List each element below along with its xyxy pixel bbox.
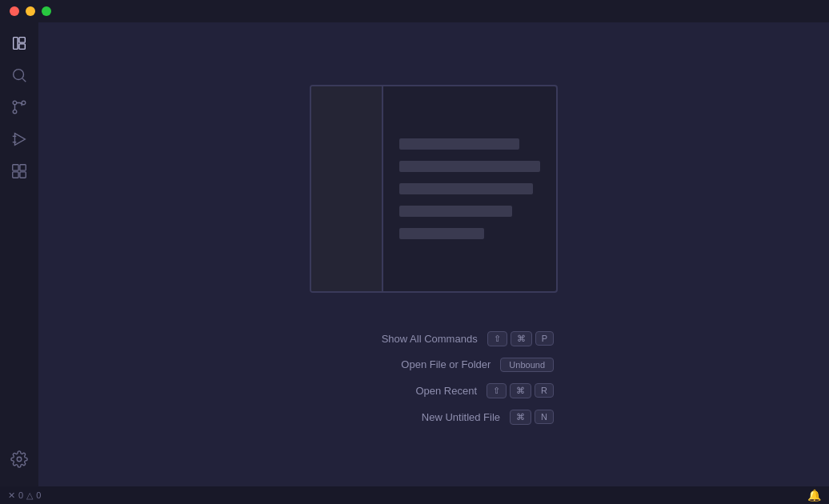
error-count: 0 — [18, 490, 23, 500]
svg-rect-11 — [13, 165, 18, 170]
kbd-n: N — [535, 410, 554, 424]
status-bar: ✕ 0 △ 0 🔔 — [0, 486, 829, 504]
welcome-screen: Show All Commands ⇧ ⌘ P Open File or Fol… — [38, 22, 829, 486]
notification-bell-icon[interactable]: 🔔 — [807, 489, 821, 502]
svg-rect-13 — [13, 172, 18, 178]
main-layout: Show All Commands ⇧ ⌘ P Open File or Fol… — [0, 22, 829, 486]
close-button[interactable] — [10, 6, 19, 16]
svg-point-3 — [14, 70, 24, 80]
svg-rect-2 — [19, 44, 25, 49]
logo-right-panel — [383, 86, 556, 291]
svg-rect-1 — [19, 38, 25, 42]
shortcuts-section: Show All Commands ⇧ ⌘ P Open File or Fol… — [314, 331, 554, 425]
kbd-cmd-3: ⌘ — [510, 410, 531, 425]
svg-point-6 — [22, 101, 26, 105]
kbd-cmd-2: ⌘ — [510, 383, 531, 398]
svg-point-5 — [13, 101, 17, 105]
logo-bar-5 — [399, 228, 484, 239]
svg-marker-8 — [15, 134, 26, 146]
sidebar-item-search[interactable] — [5, 61, 34, 90]
open-recent-keys: ⇧ ⌘ R — [487, 383, 554, 398]
content-area: Show All Commands ⇧ ⌘ P Open File or Fol… — [38, 22, 829, 486]
maximize-button[interactable] — [42, 6, 51, 16]
svg-point-15 — [17, 457, 22, 462]
warning-icon: △ — [26, 490, 33, 501]
shortcut-open-file[interactable]: Open File or Folder Unbound — [314, 358, 554, 372]
open-recent-label: Open Recent — [314, 385, 477, 397]
activity-bar-top — [5, 29, 34, 442]
warning-count: 0 — [36, 490, 41, 500]
shortcut-show-all-commands[interactable]: Show All Commands ⇧ ⌘ P — [314, 331, 554, 346]
sidebar-item-settings[interactable] — [5, 445, 34, 474]
show-all-commands-label: Show All Commands — [314, 333, 478, 345]
sidebar-item-source-control[interactable] — [5, 93, 34, 122]
error-icon: ✕ — [8, 490, 15, 501]
show-all-commands-keys: ⇧ ⌘ P — [487, 331, 554, 346]
logo-bar-2 — [399, 161, 540, 172]
logo-illustration — [310, 85, 558, 293]
svg-line-4 — [22, 78, 26, 82]
svg-rect-14 — [20, 172, 26, 178]
sidebar-item-explorer[interactable] — [5, 29, 34, 58]
status-errors[interactable]: ✕ 0 △ 0 — [8, 490, 41, 501]
open-file-label: Open File or Folder — [314, 358, 491, 370]
activity-bar — [0, 22, 38, 486]
minimize-button[interactable] — [26, 6, 35, 16]
status-bar-right: 🔔 — [807, 489, 821, 502]
kbd-r: R — [535, 383, 554, 398]
svg-rect-0 — [14, 38, 18, 50]
sidebar-item-extensions[interactable] — [5, 157, 34, 186]
status-bar-left: ✕ 0 △ 0 — [8, 490, 41, 501]
kbd-unbound: Unbound — [500, 358, 554, 372]
logo-bar-3 — [399, 183, 533, 194]
logo-illustration-container — [310, 85, 558, 293]
kbd-cmd-1: ⌘ — [511, 331, 532, 346]
kbd-p: P — [535, 331, 554, 346]
new-untitled-file-label: New Untitled File — [314, 411, 500, 423]
logo-bar-1 — [399, 138, 519, 150]
sidebar-item-run-debug[interactable] — [5, 125, 34, 154]
activity-bar-bottom — [5, 445, 34, 480]
kbd-shift-1: ⇧ — [487, 331, 507, 346]
new-file-keys: ⌘ N — [510, 410, 554, 425]
svg-point-7 — [13, 110, 17, 114]
titlebar — [0, 0, 829, 22]
logo-bar-4 — [399, 206, 512, 217]
shortcut-open-recent[interactable]: Open Recent ⇧ ⌘ R — [314, 383, 554, 398]
kbd-shift-2: ⇧ — [487, 383, 507, 398]
logo-left-panel — [311, 86, 383, 291]
open-file-keys: Unbound — [500, 358, 554, 372]
svg-rect-12 — [20, 165, 26, 170]
shortcut-new-file[interactable]: New Untitled File ⌘ N — [314, 410, 554, 425]
